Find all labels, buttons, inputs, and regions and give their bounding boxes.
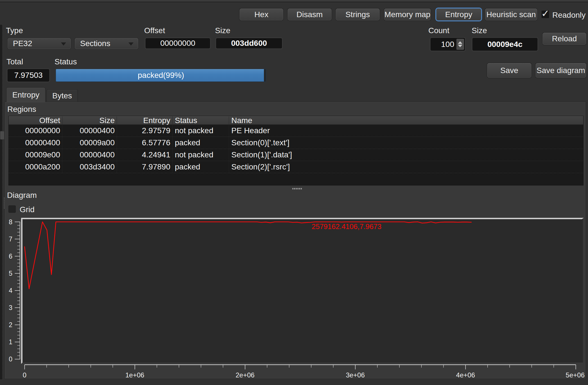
status-label: Status: [55, 57, 77, 66]
cell-offset: 00000000: [9, 125, 62, 137]
blocksize-label: Size: [472, 26, 487, 35]
strings-button[interactable]: Strings: [336, 8, 380, 21]
count-spinbox[interactable]: 100: [430, 38, 465, 51]
readonly-label: Readonly: [552, 11, 585, 20]
readonly-checkbox[interactable]: ✓: [541, 10, 549, 18]
cell-offset: 00000400: [9, 137, 62, 149]
table-row[interactable]: 00000000000004002.97579not packedPE Head…: [9, 125, 583, 137]
left-scrollbar-thumb[interactable]: [0, 131, 4, 140]
heuristic-scan-button[interactable]: Heuristic scan: [485, 8, 537, 21]
status-progressbar: packed(99%): [56, 69, 266, 82]
column-header-status[interactable]: Status: [173, 116, 229, 124]
blocksize-field[interactable]: 00009e4c: [472, 38, 538, 51]
grid-checkbox[interactable]: [8, 205, 16, 213]
cell-name: PE Header: [229, 125, 583, 137]
type-label: Type: [6, 26, 23, 35]
chevron-down-icon: [61, 42, 66, 46]
save-button[interactable]: Save: [487, 63, 532, 78]
memory-map-button[interactable]: Memory map: [384, 8, 431, 21]
cell-size: 00009a00: [62, 137, 117, 149]
regions-table-header[interactable]: OffsetSizeEntropyStatusName: [9, 116, 583, 125]
disasm-button[interactable]: Disasm: [288, 8, 332, 21]
offset-field[interactable]: 00000000: [145, 38, 210, 49]
cell-name: Section(1)['.data']: [229, 149, 583, 161]
column-header-name[interactable]: Name: [229, 116, 583, 124]
spinbox-arrows[interactable]: [456, 39, 464, 50]
total-field[interactable]: 7.97503: [7, 69, 49, 82]
reload-button[interactable]: Reload: [542, 33, 586, 45]
cell-status: not packed: [173, 149, 229, 161]
column-header-offset[interactable]: Offset: [9, 116, 62, 124]
cell-status: packed: [173, 137, 229, 149]
entropy-button[interactable]: Entropy: [436, 8, 481, 21]
cell-size: 00000400: [62, 149, 117, 161]
hex-button[interactable]: Hex: [239, 8, 283, 21]
diagram-group-title: Diagram: [7, 191, 37, 200]
cell-size: 00000400: [62, 125, 117, 137]
view-combobox[interactable]: Sections: [75, 38, 138, 49]
left-dock-edge: [0, 25, 3, 379]
type-combobox-value: PE32: [13, 39, 32, 48]
cell-name: Section(2)['.rsrc']: [229, 161, 583, 173]
cell-entropy: 7.97890: [117, 161, 173, 173]
column-header-entropy[interactable]: Entropy: [117, 116, 173, 124]
regions-table-body: 00000000000004002.97579not packedPE Head…: [9, 125, 583, 185]
tab-bytes[interactable]: Bytes: [46, 89, 78, 102]
view-combobox-value: Sections: [80, 39, 110, 48]
cell-offset: 0000a200: [9, 161, 62, 173]
chevron-down-icon: [128, 42, 134, 46]
cell-status: packed: [173, 161, 229, 173]
tab-entropy[interactable]: Entropy: [6, 87, 46, 102]
spin-down-icon: [458, 45, 462, 47]
offset-label: Offset: [144, 26, 165, 35]
count-spinbox-value: 100: [441, 40, 454, 49]
table-row[interactable]: 00009e00000004004.24941not packedSection…: [9, 149, 583, 161]
die-entropy-window: Hex Disasm Strings Memory map Entropy He…: [0, 0, 588, 385]
cell-status: not packed: [173, 125, 229, 137]
total-label: Total: [6, 57, 23, 66]
size-label: Size: [215, 26, 230, 35]
grid-label: Grid: [20, 205, 35, 214]
column-header-size[interactable]: Size: [62, 116, 117, 124]
splitter-handle[interactable]: [292, 188, 302, 189]
save-diagram-button[interactable]: Save diagram: [535, 63, 586, 78]
size-field[interactable]: 003dd600: [216, 38, 282, 49]
table-row[interactable]: 0000a200003d34007.97890packedSection(2)[…: [9, 161, 583, 173]
spin-up-icon: [458, 41, 462, 44]
cell-entropy: 2.97579: [117, 125, 173, 137]
type-combobox[interactable]: PE32: [8, 38, 71, 49]
cell-entropy: 6.57776: [117, 137, 173, 149]
count-label: Count: [428, 26, 449, 35]
regions-group-title: Regions: [7, 105, 36, 114]
cell-entropy: 4.24941: [117, 149, 173, 161]
regions-table[interactable]: OffsetSizeEntropyStatusName 000000000000…: [8, 116, 584, 185]
progressbar-text: packed(99%): [56, 69, 266, 81]
cell-name: Section(0)['.text']: [229, 137, 583, 149]
cell-offset: 00009e00: [9, 149, 62, 161]
table-row[interactable]: 0000040000009a006.57776packedSection(0)[…: [9, 137, 583, 149]
cell-size: 003d3400: [62, 161, 117, 173]
window-top-divider: [0, 2, 588, 2]
